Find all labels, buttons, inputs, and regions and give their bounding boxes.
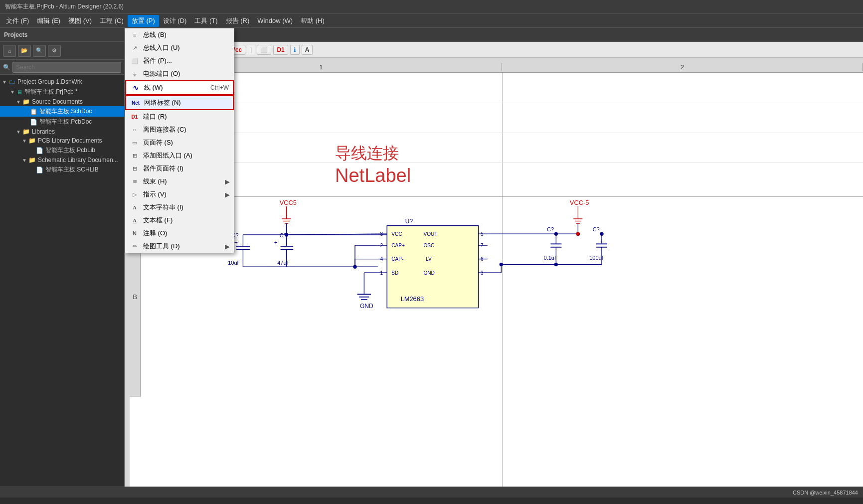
dropdown-menu: ≡ 总线 (B) ↗ 总线入口 (U) ⬜ 器件 (P)... ⏚ 电源端口 (… — [125, 28, 234, 253]
open-folder-button[interactable]: 📂 — [18, 45, 31, 57]
home-button[interactable]: ⌂ — [3, 45, 16, 57]
search-icon: 🔍 — [3, 64, 10, 71]
menu-note[interactable]: N 注释 (O) — [125, 227, 234, 240]
add-sheet-icon: ⊞ — [129, 152, 140, 160]
schematic-toolbar: ▼ + ⬚ ▭ 🔍 ∿ ≡ Vcc | ⬜ D1 ℹ A — [125, 42, 863, 58]
info-btn[interactable]: ℹ — [290, 45, 300, 55]
title-text: 智能车主板.PrjPcb - Altium Designer (20.2.6) — [5, 2, 124, 11]
netlabel-icon: Net — [130, 99, 141, 107]
tree-item-schematic-library[interactable]: ▼ 📁 Schematic Library Documen... — [0, 156, 124, 165]
add-sheet-label: 添加图纸入口 (A) — [143, 151, 192, 160]
menu-project[interactable]: 工程 (C) — [96, 15, 128, 27]
component-icon: ⬜ — [129, 57, 140, 65]
text-btn[interactable]: A — [302, 45, 313, 55]
tree-item-source-docs[interactable]: ▼ 📁 Source Documents — [0, 97, 124, 106]
search-bar: 🔍 — [0, 60, 124, 75]
source-docs-icon: 📁 — [22, 98, 30, 105]
svg-text:GND: GND — [360, 303, 373, 310]
left-panel: Projects ⌂ 📂 🔍 ⚙ 🔍 ▼ 🗂 Project Group 1.D… — [0, 28, 125, 487]
menu-add-sheet-entry[interactable]: ⊞ 添加图纸入口 (A) — [125, 149, 234, 162]
expand-arrow: ▼ — [2, 79, 7, 85]
expand-arrow: ▼ — [16, 129, 21, 135]
tree-item-prjpcb[interactable]: ▼ 🖥 智能车主板.PrjPcb * — [0, 87, 124, 97]
menu-netlabel[interactable]: Net 网络标签 (N) — [125, 95, 234, 110]
expand-arrow: ▼ — [10, 89, 15, 95]
tree-item-pcblib[interactable]: 📄 智能车主板.PcbLib — [0, 145, 124, 156]
pcblib-icon: 📄 — [36, 147, 43, 154]
svg-text:+: + — [234, 239, 238, 246]
svg-text:C?: C? — [593, 226, 600, 232]
vcc-5-label: VCC-5 — [570, 199, 589, 206]
menu-sheet-symbol[interactable]: ▭ 页面符 (S) — [125, 136, 234, 149]
libraries-label: Libraries — [32, 128, 55, 135]
svg-text:CAP-: CAP- — [391, 256, 403, 262]
tree-item-project-group[interactable]: ▼ 🗂 Project Group 1.DsnWrk — [0, 77, 124, 87]
menu-text-frame[interactable]: A 文本框 (F) — [125, 214, 234, 227]
menu-bus[interactable]: ≡ 总线 (B) — [125, 28, 234, 41]
menu-edit[interactable]: 编辑 (E) — [33, 15, 64, 27]
svg-text:VCC: VCC — [391, 231, 402, 237]
menu-off-sheet[interactable]: ↔ 离图连接器 (C) — [125, 123, 234, 136]
menu-place[interactable]: 放置 (P) — [128, 15, 159, 27]
svg-text:+: + — [599, 238, 603, 245]
pcbdoc-icon: 📄 — [30, 119, 37, 126]
content-area: Page 📋 智能车主板.SchDoc ▼ + ⬚ ▭ 🔍 ∿ ≡ Vcc | … — [125, 28, 863, 487]
menu-reports[interactable]: 报告 (R) — [222, 15, 254, 27]
tree-item-libraries[interactable]: ▼ 📁 Libraries — [0, 127, 124, 136]
menu-drawing-tools[interactable]: ✏ 绘图工具 (D) ▶ — [125, 240, 234, 253]
menu-component[interactable]: ⬜ 器件 (P)... — [125, 54, 234, 67]
menu-directive[interactable]: ▷ 指示 (V) ▶ — [125, 188, 234, 201]
tree-item-schdoc[interactable]: 📋 智能车主板.SchDoc — [0, 106, 124, 117]
menu-wire-harness[interactable]: ≋ 线束 (H) ▶ — [125, 175, 234, 188]
tree-item-pcbdoc[interactable]: 📄 智能车主板.PcbDoc — [0, 117, 124, 127]
wire-icon: ∿ — [130, 84, 141, 92]
panel-header: Projects — [0, 28, 124, 42]
menu-view[interactable]: 视图 (V) — [64, 15, 96, 27]
drawing-tools-icon: ✏ — [129, 242, 140, 250]
settings-button[interactable]: ⚙ — [48, 45, 61, 57]
libraries-icon: 📁 — [22, 128, 30, 135]
text-frame-label: 文本框 (F) — [143, 216, 173, 225]
menu-tools[interactable]: 工具 (T) — [190, 15, 221, 27]
wire-harness-label: 线束 (H) — [143, 177, 167, 186]
source-docs-label: Source Documents — [32, 98, 83, 105]
component-place-btn[interactable]: ⬜ — [257, 45, 271, 55]
find-button[interactable]: 🔍 — [33, 45, 46, 57]
menu-design[interactable]: 设计 (D) — [159, 15, 191, 27]
pcbdoc-label: 智能车主板.PcbDoc — [39, 118, 92, 126]
separator-v: | — [247, 45, 255, 54]
text-string-icon: A — [129, 203, 140, 211]
text-string-label: 文本字符串 (I) — [143, 203, 183, 212]
menu-power-port[interactable]: ⏚ 电源端口 (O) — [125, 67, 234, 80]
menu-port[interactable]: D1 端口 (R) — [125, 110, 234, 123]
sheet-symbol-icon: ▭ — [129, 139, 140, 147]
menu-text-string[interactable]: A 文本字符串 (I) — [125, 201, 234, 214]
annotation-wire: 导线连接 — [335, 143, 399, 165]
off-sheet-label: 离图连接器 (C) — [143, 125, 186, 134]
bus-label: 总线 (B) — [143, 30, 167, 39]
menu-window[interactable]: Window (W) — [253, 15, 297, 26]
directive-label: 指示 (V) — [143, 190, 167, 199]
menu-file[interactable]: 文件 (F) — [2, 15, 33, 27]
menu-bus-entry[interactable]: ↗ 总线入口 (U) — [125, 41, 234, 54]
sheet-symbol-label: 页面符 (S) — [143, 138, 173, 147]
tree-item-pcb-library-docs[interactable]: ▼ 📁 PCB Library Documents — [0, 136, 124, 145]
component-label: 器件 (P)... — [143, 56, 172, 65]
search-input[interactable] — [12, 62, 121, 73]
menu-help[interactable]: 帮助 (H) — [297, 15, 329, 27]
expand-arrow: ▼ — [16, 99, 21, 105]
tree-item-schlib[interactable]: 📄 智能车主板.SCHLIB — [0, 165, 124, 175]
directive-icon: ▷ — [129, 190, 140, 198]
note-label: 注释 (O) — [143, 229, 167, 238]
grid-h3 — [141, 163, 863, 163]
svg-point-86 — [554, 263, 558, 266]
menu-comp-page-symbol[interactable]: ⊟ 器件页面符 (I) — [125, 162, 234, 175]
bus-entry-label: 总线入口 (U) — [143, 43, 180, 52]
schdoc-icon: 📋 — [30, 108, 37, 115]
svg-text:C?: C? — [547, 226, 554, 232]
d1-place-btn[interactable]: D1 — [273, 45, 288, 55]
schematic-canvas[interactable]: ▼ + ⬚ ▭ 🔍 ∿ ≡ Vcc | ⬜ D1 ℹ A 1 2 — [125, 42, 863, 487]
schlib-icon: 📄 — [36, 167, 43, 173]
svg-text:47uF: 47uF — [277, 260, 290, 266]
menu-wire[interactable]: ∿ 线 (W) Ctrl+W — [125, 80, 234, 95]
